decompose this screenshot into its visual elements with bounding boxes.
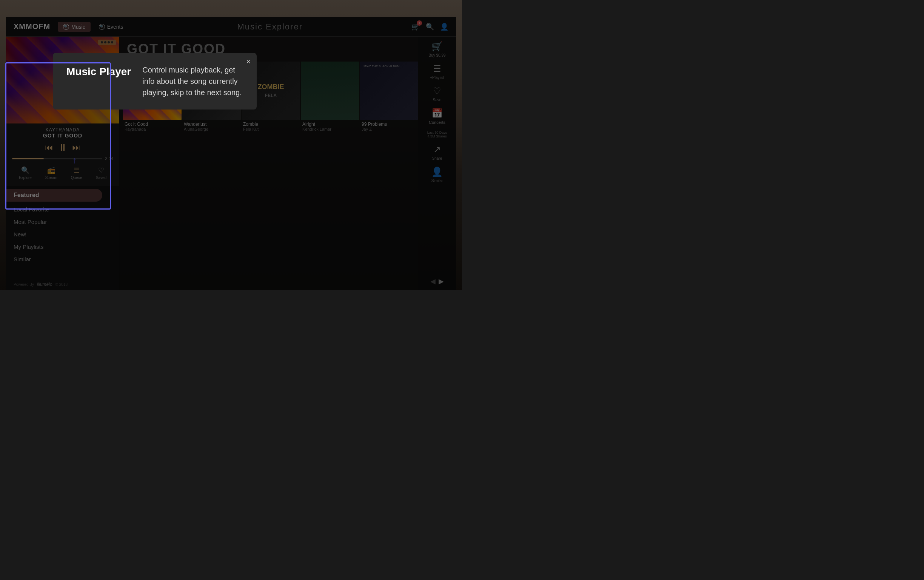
modal-overlay: × Music Player Control music playback, g…: [0, 0, 462, 290]
modal-close-button[interactable]: ×: [246, 58, 251, 66]
modal-description: Control music playback, get info about t…: [142, 64, 243, 98]
modal-title: Music Player: [66, 66, 131, 78]
tooltip-modal: × Music Player Control music playback, g…: [53, 53, 256, 109]
